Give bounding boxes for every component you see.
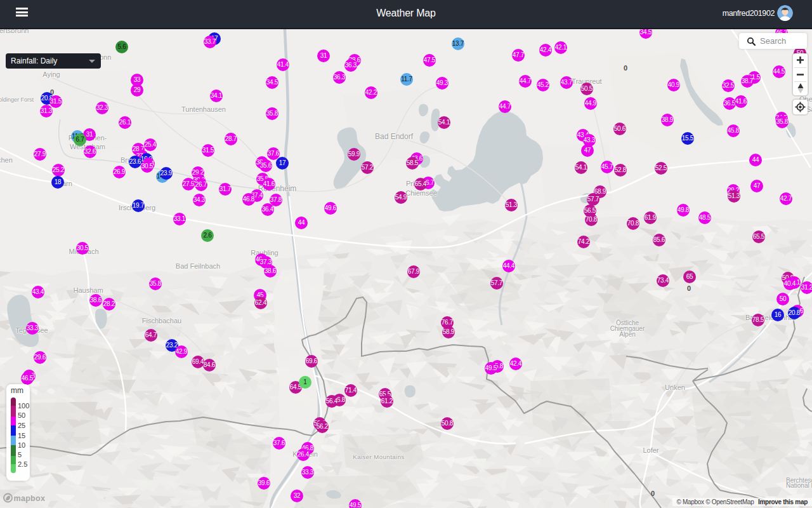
svg-text:mapbox: mapbox <box>14 494 46 503</box>
